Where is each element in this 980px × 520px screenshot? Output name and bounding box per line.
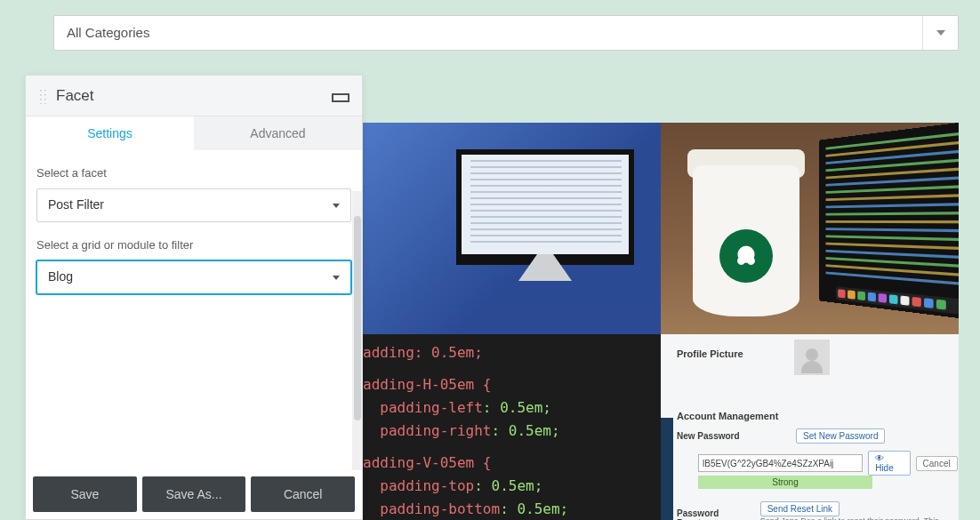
code-text: padding-bottom <box>380 500 500 517</box>
avatar-icon <box>794 340 830 375</box>
code-text: adding-H-05em { <box>363 376 492 393</box>
chevron-down-icon[interactable] <box>922 16 958 50</box>
chevron-down-icon <box>333 204 340 208</box>
starbucks-logo-icon <box>719 229 773 283</box>
password-strength: Strong <box>698 476 872 489</box>
hide-label: Hide <box>875 463 894 473</box>
password-reset-label: Password Reset <box>677 508 739 521</box>
grid-tile[interactable]: Profile Picture Account Management New P… <box>661 334 959 520</box>
hide-password-button[interactable]: 👁 Hide <box>868 451 910 476</box>
new-password-label: New Password <box>677 431 775 441</box>
category-select[interactable]: All Categories <box>53 15 959 51</box>
grid-tile[interactable] <box>661 123 959 334</box>
tab-settings[interactable]: Settings <box>26 116 194 150</box>
set-new-password-button[interactable]: Set New Password <box>796 428 885 444</box>
sidebar-stripe <box>661 418 673 520</box>
new-password-input[interactable] <box>698 454 863 472</box>
code-text: : 0.5em; <box>483 399 551 416</box>
panel-title: Facet <box>56 87 323 105</box>
chevron-down-icon <box>333 276 340 280</box>
code-text: padding-left <box>380 399 483 416</box>
code-text: : 0.5em; <box>492 422 560 439</box>
panel-header[interactable]: Facet <box>26 76 362 116</box>
tab-advanced[interactable]: Advanced <box>194 116 362 150</box>
password-reset-hint: Send Jane Doe a link to reset their pass… <box>760 516 943 520</box>
category-select-value: All Categories <box>54 16 958 49</box>
cancel-password-button[interactable]: Cancel <box>916 456 958 471</box>
grid-tile[interactable]: adding: 0.5em; adding-H-05em { padding-l… <box>363 334 661 520</box>
laptop-illustration <box>819 123 959 320</box>
code-text: : 0.5em; <box>500 500 568 517</box>
facet-select[interactable]: Post Filter <box>36 188 351 222</box>
eye-icon: 👁 <box>875 453 884 463</box>
save-button[interactable]: Save <box>33 476 137 512</box>
imac-illustration <box>456 149 634 265</box>
grid-tile[interactable] <box>363 123 661 334</box>
grid-select[interactable]: Blog <box>36 260 351 294</box>
code-text: adding-V-05em { <box>363 454 492 471</box>
scroll-thumb[interactable] <box>354 216 361 420</box>
account-mgmt-heading: Account Management <box>677 411 943 421</box>
code-text: padding-top <box>380 477 474 494</box>
facet-label: Select a facet <box>36 166 351 180</box>
send-reset-link-button[interactable]: Send Reset Link <box>760 501 839 516</box>
code-text: : 0.5em; <box>474 477 542 494</box>
drag-handle-icon[interactable] <box>38 88 47 104</box>
cancel-button[interactable]: Cancel <box>251 476 355 512</box>
save-as-button[interactable]: Save As... <box>142 476 246 512</box>
panel-tabs: Settings Advanced <box>26 116 362 150</box>
panel-footer: Save Save As... Cancel <box>26 469 362 519</box>
content-grid: adding: 0.5em; adding-H-05em { padding-l… <box>363 123 959 520</box>
grid-label: Select a grid or module to filter <box>36 238 351 252</box>
code-text: padding-right <box>380 422 491 439</box>
grid-select-value: Blog <box>48 269 73 284</box>
maximize-icon[interactable] <box>332 90 349 102</box>
code-text: adding: 0.5em; <box>363 344 483 361</box>
facet-select-value: Post Filter <box>48 197 104 212</box>
panel-scrollbar[interactable] <box>352 191 363 470</box>
facet-panel: Facet Settings Advanced Select a facet P… <box>25 75 363 520</box>
